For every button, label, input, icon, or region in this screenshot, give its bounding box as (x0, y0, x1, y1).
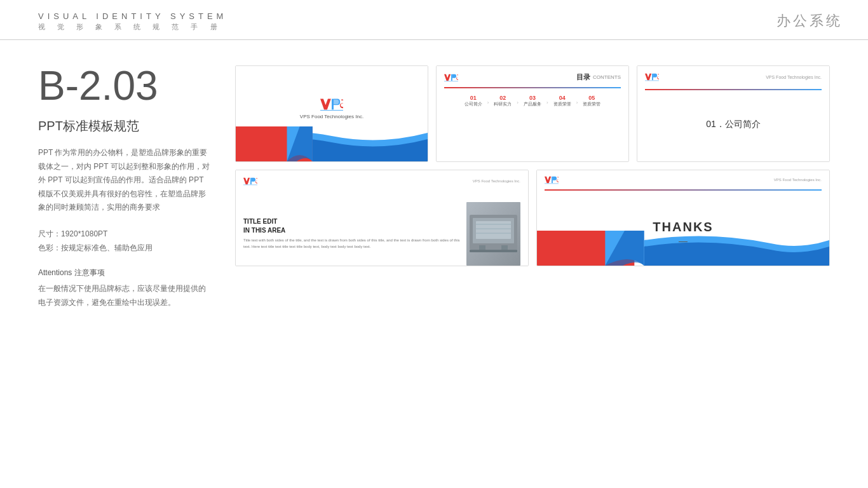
contents-title-area: 目录 CONTENTS (576, 72, 621, 82)
thanks-header: VPS Food Technologies Inc. (537, 170, 829, 200)
svg-rect-5 (451, 74, 452, 80)
chapter-title: 01．公司简介 (706, 119, 761, 130)
main-content: B-2.03 PPT标准模板规范 PPT 作为常用的办公物料，是塑造品牌形象的重… (0, 40, 868, 335)
thanks-label: THANKS (653, 220, 713, 234)
content-logo-svg (243, 177, 257, 186)
cover-company-name: VPS Food Technologies Inc. (300, 114, 363, 119)
cover-wave (236, 126, 428, 161)
content-logo (243, 177, 257, 186)
chapter-logo (645, 72, 659, 81)
svg-rect-16 (479, 245, 485, 250)
contents-divider (444, 87, 621, 88)
content-body-text: Title text with both sides of the title,… (243, 238, 461, 250)
chapter-company-name: VPS Food Technologies Inc. (766, 75, 822, 79)
header-title-en: VISUAL IDENTITY SYSTEM (38, 11, 227, 21)
section-spec: 尺寸：1920*1080PT 色彩：按规定标准色、辅助色应用 (38, 227, 210, 255)
thanks-logo-svg (545, 175, 559, 184)
svg-rect-2 (332, 98, 334, 109)
contents-title-en: CONTENTS (593, 74, 621, 80)
nav-sep-2: › (517, 100, 519, 107)
attention-title: Attentions 注意事项 (38, 268, 210, 278)
thanks-header-bar: VPS Food Technologies Inc. (545, 175, 822, 184)
slide-content-page: VPS Food Technologies Inc. TITLE EDITIN … (236, 170, 528, 266)
header-title-cn: 视 觉 形 象 系 统 规 范 手 册 (38, 22, 227, 32)
slides-section: VPS Food Technologies Inc. (235, 65, 830, 309)
svg-rect-24 (552, 177, 553, 183)
nav-num-1: 01 (470, 95, 477, 101)
svg-rect-15 (476, 221, 511, 239)
contents-logo-svg (444, 73, 458, 82)
nav-item-1: 01 公司简介 (465, 95, 482, 107)
cover-logo-area: VPS Food Technologies Inc. (300, 97, 363, 119)
nav-label-4: 资质荣誉 (553, 101, 571, 107)
header-left: VISUAL IDENTITY SYSTEM 视 觉 形 象 系 统 规 范 手… (38, 11, 227, 32)
vps-logo-svg (320, 97, 343, 111)
slide-contents-card: 目录 CONTENTS 01 公司简介 › 02 科研实力 (436, 65, 629, 162)
svg-rect-17 (501, 245, 508, 250)
thanks-dash: — (679, 236, 688, 246)
nav-num-2: 02 (499, 95, 506, 101)
section-description: PPT 作为常用的办公物料，是塑造品牌形象的重要载体之一，对内 PPT 可以起到… (38, 146, 210, 215)
slide-thanks-card: VPS Food Technologies Inc. THANKS — (536, 170, 830, 266)
nav-item-2: 02 科研实力 (494, 95, 512, 107)
nav-num-3: 03 (529, 95, 536, 101)
slide-cover: VPS Food Technologies Inc. (236, 66, 428, 161)
nav-num-5: 05 (588, 95, 595, 101)
nav-num-4: 04 (559, 95, 566, 101)
content-body: TITLE EDITIN THIS AREA Title text with b… (243, 202, 520, 266)
nav-label-1: 公司简介 (465, 101, 482, 107)
thanks-logo (545, 175, 559, 184)
section-title: PPT标准模板规范 (38, 118, 210, 135)
svg-rect-8 (652, 74, 653, 80)
machine-illustration (466, 202, 520, 266)
chapter-logo-svg (645, 72, 659, 81)
slide-chapter: VPS Food Technologies Inc. 01．公司简介 (637, 66, 829, 161)
svg-marker-23 (545, 177, 551, 183)
slide-chapter-card: VPS Food Technologies Inc. 01．公司简介 (637, 65, 830, 162)
nav-item-5: 05 资质荣管 (583, 95, 600, 107)
nav-label-3: 产品服务 (524, 101, 541, 107)
contents-title-cn: 目录 (576, 72, 590, 82)
slide-content-card: VPS Food Technologies Inc. TITLE EDITIN … (235, 170, 529, 266)
svg-marker-10 (243, 178, 250, 184)
page-header: VISUAL IDENTITY SYSTEM 视 觉 形 象 系 统 规 范 手… (0, 0, 868, 40)
nav-item-4: 04 资质荣誉 (553, 95, 571, 107)
cover-vps-logo (320, 97, 343, 111)
slide-thanks: VPS Food Technologies Inc. THANKS — (537, 170, 829, 266)
nav-sep-1: › (487, 100, 489, 107)
content-text-area: TITLE EDITIN THIS AREA Title text with b… (243, 202, 461, 266)
slides-row-1: VPS Food Technologies Inc. (235, 65, 830, 162)
nav-sep-4: › (576, 100, 578, 107)
left-section: B-2.03 PPT标准模板规范 PPT 作为常用的办公物料，是塑造品牌形象的重… (38, 65, 210, 309)
svg-rect-11 (250, 178, 252, 184)
content-company-name: VPS Food Technologies Inc. (473, 179, 520, 183)
svg-marker-1 (320, 98, 331, 109)
chapter-content: 01．公司简介 (645, 94, 822, 155)
thanks-divider (545, 189, 822, 191)
chapter-header: VPS Food Technologies Inc. (645, 72, 822, 81)
svg-rect-18 (470, 250, 517, 252)
contents-header: 目录 CONTENTS (444, 72, 621, 82)
header-title-right: 办公系统 (776, 11, 843, 30)
thanks-content: THANKS — (537, 200, 829, 266)
nav-label-5: 资质荣管 (583, 101, 600, 107)
svg-marker-4 (444, 74, 451, 80)
content-image-placeholder (466, 202, 520, 266)
content-header: VPS Food Technologies Inc. (243, 177, 520, 186)
contents-nav: 01 公司简介 › 02 科研实力 › 03 产品服务 › (444, 95, 621, 107)
chapter-divider (645, 89, 822, 90)
content-image (466, 202, 520, 266)
nav-label-2: 科研实力 (494, 101, 512, 107)
slides-row-2: VPS Food Technologies Inc. TITLE EDITIN … (235, 170, 830, 266)
slide-contents: 目录 CONTENTS 01 公司简介 › 02 科研实力 (437, 66, 628, 161)
slide-cover-card: VPS Food Technologies Inc. (235, 65, 428, 162)
attention-description: 在一般情况下使用品牌标志，应该尽量使用提供的电子资源文件，避免在重绘中出现误差。 (38, 282, 210, 309)
content-title: TITLE EDITIN THIS AREA (243, 217, 461, 235)
svg-marker-7 (645, 74, 651, 80)
contents-logo (444, 73, 458, 82)
nav-item-3: 03 产品服务 (524, 95, 541, 107)
thanks-company-name: VPS Food Technologies Inc. (774, 178, 822, 182)
nav-sep-3: › (546, 100, 548, 107)
section-code: B-2.03 (38, 65, 210, 106)
thanks-text-area: THANKS — (653, 220, 713, 246)
